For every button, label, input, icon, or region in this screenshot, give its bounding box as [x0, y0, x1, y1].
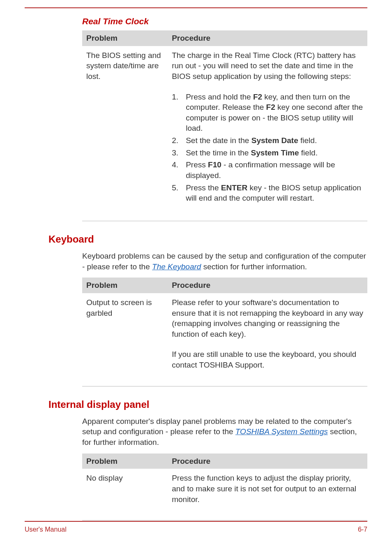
keyboard-table: Problem Procedure Output to screen is ga… — [82, 278, 367, 386]
link-the-keyboard[interactable]: The Keyboard — [152, 262, 201, 271]
step-1: Press and hold the F2 key, and then turn… — [172, 92, 363, 134]
display-title: Internal display panel — [48, 399, 367, 410]
page: Real Time Clock Problem Procedure The BI… — [0, 0, 392, 553]
table-row: Output to screen is garbled Please refer… — [82, 293, 367, 345]
step-3: Set the time in the System Time field. — [172, 148, 363, 158]
field-system-date: System Date — [251, 136, 298, 145]
th-procedure: Procedure — [168, 454, 367, 469]
rtc-intro: The charge in the Real Time Clock (RTC) … — [168, 46, 367, 88]
table-rule — [82, 211, 367, 221]
key-enter: ENTER — [221, 183, 247, 192]
th-problem: Problem — [82, 30, 168, 46]
table-header-row: Problem Procedure — [82, 30, 367, 46]
th-procedure: Procedure — [168, 278, 367, 293]
table-row: The BIOS setting and system date/time ar… — [82, 46, 367, 88]
rtc-steps: Press and hold the F2 key, and then turn… — [172, 92, 363, 204]
table-rule — [82, 510, 367, 521]
t: Press the — [186, 183, 221, 192]
rtc-table: Problem Procedure The BIOS setting and s… — [82, 30, 367, 221]
section-display: Apparent computer's display panel proble… — [82, 416, 367, 521]
keyboard-title: Keyboard — [48, 234, 367, 245]
key-f2: F2 — [253, 93, 262, 101]
rtc-problem: The BIOS setting and system date/time ar… — [82, 46, 168, 88]
rtc-title: Real Time Clock — [82, 16, 367, 26]
table-header-row: Problem Procedure — [82, 454, 367, 469]
th-procedure: Procedure — [168, 30, 367, 46]
table-row: Press and hold the F2 key, and then turn… — [82, 88, 367, 211]
rtc-steps-cell: Press and hold the F2 key, and then turn… — [168, 88, 367, 211]
disp-problem: No display — [82, 469, 168, 510]
step-5: Press the ENTER key - the BIOS setup app… — [172, 183, 363, 204]
footer-left: User's Manual — [25, 526, 67, 533]
table-row: No display Press the function keys to ad… — [82, 469, 367, 510]
footer-right: 6-7 — [358, 526, 367, 533]
section-keyboard: Keyboard problems can be caused by the s… — [82, 251, 367, 386]
display-table: Problem Procedure No display Press the f… — [82, 454, 367, 521]
link-toshiba-system-settings[interactable]: TOSHIBA System Settings — [235, 427, 328, 436]
th-problem: Problem — [82, 454, 168, 469]
t: section for further information. — [201, 262, 307, 271]
t: field. — [299, 148, 318, 157]
th-problem: Problem — [82, 278, 168, 293]
table-header-row: Problem Procedure — [82, 278, 367, 293]
t: Set the date in the — [186, 136, 251, 145]
t: Set the time in the — [186, 148, 251, 157]
key-f10: F10 — [208, 160, 221, 169]
table-row: If you are still unable to use the keybo… — [82, 345, 367, 376]
rtc-empty — [82, 88, 168, 211]
section-rtc: Real Time Clock Problem Procedure The BI… — [82, 16, 367, 221]
kb-proc2: If you are still unable to use the keybo… — [168, 345, 367, 376]
kb-empty — [82, 345, 168, 376]
key-f2: F2 — [266, 103, 275, 111]
step-2: Set the date in the System Date field. — [172, 135, 363, 146]
footer: User's Manual 6-7 — [25, 521, 367, 553]
t: Press — [186, 160, 208, 169]
kb-problem: Output to screen is garbled — [82, 293, 168, 345]
table-rule — [82, 376, 367, 386]
t: field. — [298, 136, 317, 145]
display-intro: Apparent computer's display panel proble… — [82, 416, 367, 448]
field-system-time: System Time — [251, 148, 299, 157]
keyboard-intro: Keyboard problems can be caused by the s… — [82, 251, 367, 272]
step-4: Press F10 - a confirmation message will … — [172, 160, 363, 180]
content: Real Time Clock Problem Procedure The BI… — [25, 8, 367, 521]
t: Press and hold the — [186, 93, 253, 101]
disp-proc: Press the function keys to adjust the di… — [168, 469, 367, 510]
kb-proc1: Please refer to your software's document… — [168, 293, 367, 345]
